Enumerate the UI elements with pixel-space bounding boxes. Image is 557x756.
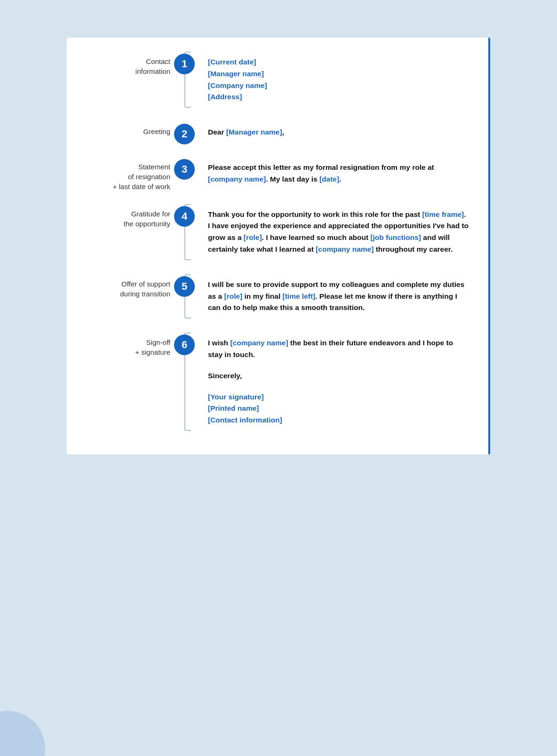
number-circle-1: 1 xyxy=(174,54,195,74)
label-gratitude: Gratitude forthe opportunity xyxy=(90,199,184,229)
signoff-sincerely: Sincerely, xyxy=(199,370,469,391)
number-circle-3: 3 xyxy=(174,159,195,180)
number-circle-4: 4 xyxy=(174,206,195,227)
text-greeting: Dear [Manager name], xyxy=(199,117,469,148)
label-signoff: Sign-off+ signature xyxy=(90,328,184,357)
content-gratitude: 4Thank you for the opportunity to work i… xyxy=(184,199,469,265)
label-greeting: Greeting xyxy=(90,117,184,136)
section-greeting: Greeting2Dear [Manager name], xyxy=(90,117,469,148)
content-resignation: 3Please accept this letter as my formal … xyxy=(184,152,469,195)
content-contact: 1[Current date][Manager name][Company na… xyxy=(184,47,469,112)
text-contact: [Current date][Manager name][Company nam… xyxy=(199,47,469,112)
wish-paragraph: I wish [company name] the best in their … xyxy=(199,328,469,370)
label-contact: Contactinformation xyxy=(90,47,184,76)
text-resignation: Please accept this letter as my formal r… xyxy=(199,152,469,195)
letter-column: Contactinformation1[Current date][Manage… xyxy=(67,38,490,454)
number-circle-6: 6 xyxy=(174,334,195,355)
section-spacer xyxy=(90,195,469,199)
text-support: I will be sure to provide support to my … xyxy=(199,270,469,323)
label-resignation: Statementof resignation+ last date of wo… xyxy=(90,152,184,191)
section-spacer xyxy=(90,148,469,152)
decorative-circle xyxy=(0,711,45,756)
label-support: Offer of supportduring transition xyxy=(90,270,184,299)
text-gratitude: Thank you for the opportunity to work in… xyxy=(199,199,469,265)
section-resignation: Statementof resignation+ last date of wo… xyxy=(90,152,469,195)
section-contact: Contactinformation1[Current date][Manage… xyxy=(90,47,469,112)
number-circle-2: 2 xyxy=(174,124,195,144)
section-spacer xyxy=(90,323,469,328)
section-support: Offer of supportduring transition5I will… xyxy=(90,270,469,323)
section-gratitude: Gratitude forthe opportunity4Thank you f… xyxy=(90,199,469,265)
content-support: 5I will be sure to provide support to my… xyxy=(184,270,469,323)
number-circle-5: 5 xyxy=(174,276,195,297)
main-layout: Contactinformation1[Current date][Manage… xyxy=(67,38,490,454)
section-spacer xyxy=(90,265,469,270)
content-greeting: 2Dear [Manager name], xyxy=(184,117,469,148)
content-signoff: 6I wish [company name] the best in their… xyxy=(184,328,469,436)
section-signoff: Sign-off+ signature6I wish [company name… xyxy=(90,328,469,436)
signature-lines: [Your signature][Printed name][Contact i… xyxy=(199,391,469,436)
section-spacer xyxy=(90,112,469,117)
